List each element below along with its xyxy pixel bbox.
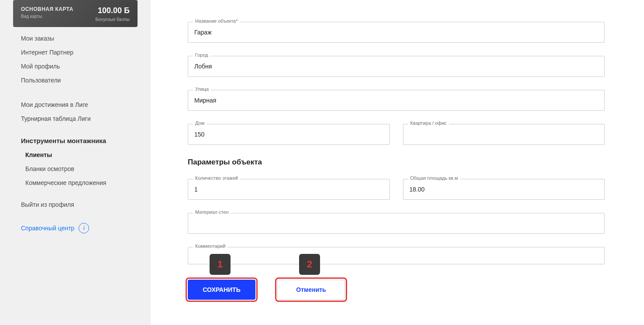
label-house: Дом xyxy=(193,120,207,126)
info-icon: i xyxy=(79,223,89,233)
input-floors[interactable] xyxy=(188,179,390,200)
input-house[interactable] xyxy=(188,124,390,145)
card-points-value: 100.00 Б xyxy=(95,6,130,15)
label-apt: Квартира / офис xyxy=(408,120,449,126)
card-left: ОСНОВНАЯ КАРТА Вид карты xyxy=(21,6,73,19)
label-city: Город xyxy=(193,52,210,58)
field-area: Общая площадь кв.м xyxy=(403,179,605,200)
field-object-name: Название объекта* xyxy=(188,22,605,43)
cancel-button-wrap: 2 Отменить xyxy=(277,280,345,300)
nav-group-main: Мои заказы Интернет Партнер Мой профиль … xyxy=(0,31,151,87)
nav-users[interactable]: Пользователи xyxy=(0,73,151,87)
field-street: Улица xyxy=(188,90,605,111)
save-button[interactable]: СОХРАНИТЬ xyxy=(188,280,255,300)
nav-sub-blanks[interactable]: Бланки осмотров xyxy=(0,162,151,176)
section-title-params: Параметры объекта xyxy=(188,158,605,167)
label-wall: Материал стен xyxy=(193,209,231,215)
label-street: Улица xyxy=(193,86,211,92)
card-right: 100.00 Б Бонусные баллы xyxy=(95,6,130,22)
input-city[interactable] xyxy=(188,56,605,77)
field-apt: Квартира / офис xyxy=(403,124,605,145)
field-comment: Комментарий xyxy=(188,247,605,264)
nav-heading-tools: Инструменты монтажника xyxy=(0,133,151,148)
nav-logout[interactable]: Выйти из профиля xyxy=(0,198,151,212)
help-link[interactable]: Справочный центр i xyxy=(0,219,151,237)
nav-achievements[interactable]: Мои достижения в Лиге xyxy=(0,98,151,112)
nav-sub-offers[interactable]: Коммерческие предложения xyxy=(0,176,151,190)
field-floors: Количество этажей xyxy=(188,179,390,200)
nav-sub-clients[interactable]: Клиенты xyxy=(0,148,151,162)
label-object-name: Название объекта* xyxy=(193,18,240,24)
sidebar: ОСНОВНАЯ КАРТА Вид карты 100.00 Б Бонусн… xyxy=(0,0,151,325)
input-street[interactable] xyxy=(188,90,605,111)
label-area: Общая площадь кв.м xyxy=(408,175,460,181)
button-row: 1 СОХРАНИТЬ 2 Отменить xyxy=(188,280,605,300)
input-apt[interactable] xyxy=(403,124,605,145)
card-points-label: Бонусные баллы xyxy=(95,17,130,22)
field-city: Город xyxy=(188,56,605,77)
nav-league-table[interactable]: Турнирная таблица Лиги xyxy=(0,112,151,126)
cancel-button[interactable]: Отменить xyxy=(277,280,345,300)
card-subtitle: Вид карты xyxy=(21,14,73,19)
main-content: Название объекта* Город Улица Дом Кварти… xyxy=(151,0,644,325)
nav-internet-partner[interactable]: Интернет Партнер xyxy=(0,45,151,59)
nav-group-league: Мои достижения в Лиге Турнирная таблица … xyxy=(0,98,151,126)
help-label: Справочный центр xyxy=(21,225,74,232)
input-comment[interactable] xyxy=(188,247,605,264)
object-form: Название объекта* Город Улица Дом Кварти… xyxy=(188,0,605,300)
nav-my-profile[interactable]: Мой профиль xyxy=(0,59,151,73)
field-house: Дом xyxy=(188,124,390,145)
field-wall: Материал стен xyxy=(188,213,605,234)
save-button-wrap: 1 СОХРАНИТЬ xyxy=(188,280,255,300)
bonus-card[interactable]: ОСНОВНАЯ КАРТА Вид карты 100.00 Б Бонусн… xyxy=(13,0,138,27)
label-comment: Комментарий xyxy=(193,243,227,249)
nav-my-orders[interactable]: Мои заказы xyxy=(0,31,151,45)
label-floors: Количество этажей xyxy=(193,175,240,181)
card-title: ОСНОВНАЯ КАРТА xyxy=(21,6,73,12)
input-object-name[interactable] xyxy=(188,22,605,43)
input-area[interactable] xyxy=(403,179,605,200)
input-wall[interactable] xyxy=(188,213,605,234)
